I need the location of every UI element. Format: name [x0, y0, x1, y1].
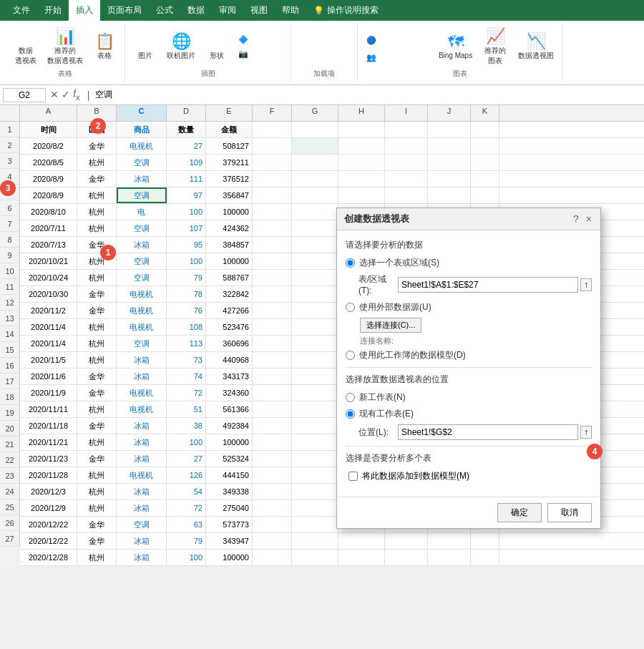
cell-d16[interactable]: 74 — [167, 369, 206, 384]
cell-b17[interactable]: 金华 — [77, 385, 117, 401]
tab-file[interactable]: 文件 — [6, 0, 37, 21]
cell-g6[interactable] — [292, 204, 338, 220]
my-addins-button[interactable]: ⬇ 我的加载项 — [297, 40, 350, 52]
cell-a19[interactable]: 2020/11/18 — [20, 418, 77, 434]
cell-b21[interactable]: 金华 — [77, 451, 117, 467]
cell-g22[interactable] — [292, 467, 338, 483]
people-graph-button[interactable]: 👥 People Graph — [364, 52, 430, 64]
row-header-26[interactable]: 26 — [0, 515, 20, 531]
cell-e6[interactable]: 100000 — [206, 204, 253, 220]
col-header-e[interactable]: E — [206, 105, 253, 121]
cell-f2[interactable] — [253, 138, 292, 154]
tab-data[interactable]: 数据 — [180, 0, 212, 21]
cell-b12[interactable]: 金华 — [77, 303, 117, 318]
cell-b2[interactable]: 金华 — [77, 138, 117, 154]
cell-g10[interactable] — [292, 270, 338, 286]
cell-d21[interactable]: 27 — [167, 451, 206, 467]
cell-a11[interactable]: 2020/10/30 — [20, 286, 77, 302]
cell-f6[interactable] — [253, 204, 292, 220]
cell-h5[interactable] — [338, 187, 385, 203]
col-header-h[interactable]: H — [338, 105, 385, 121]
cell-e23[interactable]: 349338 — [206, 484, 253, 499]
cell-k5[interactable] — [471, 187, 499, 203]
cell-d18[interactable]: 51 — [167, 401, 206, 417]
row-header-4[interactable]: 4 — [0, 169, 20, 185]
cell-g12[interactable] — [292, 303, 338, 318]
cell-e9[interactable]: 100000 — [206, 253, 253, 269]
cell-f3[interactable] — [253, 155, 292, 170]
cell-c14[interactable]: 空调 — [117, 336, 167, 351]
cell-b10[interactable]: 杭州 — [77, 270, 117, 286]
cell-a24[interactable]: 2020/12/9 — [20, 500, 77, 516]
cell-c19[interactable]: 冰箱 — [117, 418, 167, 434]
col-header-g[interactable]: G — [292, 105, 338, 121]
col-header-i[interactable]: I — [385, 105, 428, 121]
location-new-sheet-radio[interactable] — [346, 393, 355, 402]
cell-f1[interactable] — [253, 122, 292, 137]
cell-c23[interactable]: 冰箱 — [117, 484, 167, 499]
cell-e10[interactable]: 588767 — [206, 270, 253, 286]
cell-e8[interactable]: 384857 — [206, 237, 253, 253]
cell-f19[interactable] — [253, 418, 292, 434]
recommended-pivot-button[interactable]: 📊 推荐的数据透视表 — [44, 27, 86, 67]
cell-k27[interactable] — [471, 550, 499, 565]
row-header-21[interactable]: 21 — [0, 436, 20, 452]
row-header-8[interactable]: 8 — [0, 232, 20, 248]
cell-a16[interactable]: 2020/11/6 — [20, 369, 77, 384]
cell-b4[interactable]: 金华 — [77, 171, 117, 187]
cell-f15[interactable] — [253, 352, 292, 368]
cell-e18[interactable]: 561366 — [206, 401, 253, 417]
tab-home[interactable]: 开始 — [37, 0, 69, 21]
cell-f20[interactable] — [253, 434, 292, 450]
row-header-11[interactable]: 11 — [0, 279, 20, 295]
cell-f7[interactable] — [253, 220, 292, 236]
cell-g2[interactable] — [292, 138, 338, 154]
cell-a20[interactable]: 2020/11/21 — [20, 434, 77, 450]
cell-b3[interactable]: 杭州 — [77, 155, 117, 170]
cell-f4[interactable] — [253, 171, 292, 187]
cell-a10[interactable]: 2020/10/24 — [20, 270, 77, 286]
cell-a2[interactable]: 2020/8/2 — [20, 138, 77, 154]
cell-g20[interactable] — [292, 434, 338, 450]
cell-b16[interactable]: 金华 — [77, 369, 117, 384]
cell-e22[interactable]: 444150 — [206, 467, 253, 483]
cell-d22[interactable]: 126 — [167, 467, 206, 483]
cell-b13[interactable]: 杭州 — [77, 319, 117, 335]
cell-b9[interactable]: 杭州 — [77, 253, 117, 269]
dialog-close-button[interactable]: × — [585, 213, 593, 225]
cell-k3[interactable] — [471, 155, 499, 170]
cell-b26[interactable]: 金华 — [77, 533, 117, 549]
cell-k26[interactable] — [471, 533, 499, 549]
cell-e2[interactable]: 508127 — [206, 138, 253, 154]
cell-b23[interactable]: 杭州 — [77, 484, 117, 499]
cell-c17[interactable]: 电视机 — [117, 385, 167, 401]
cell-g9[interactable] — [292, 253, 338, 269]
cell-f23[interactable] — [253, 484, 292, 499]
cell-f27[interactable] — [253, 550, 292, 565]
cell-e20[interactable]: 100000 — [206, 434, 253, 450]
cell-g11[interactable] — [292, 286, 338, 302]
cell-g25[interactable] — [292, 517, 338, 532]
cell-d24[interactable]: 72 — [167, 500, 206, 516]
cell-a9[interactable]: 2020/10/21 — [20, 253, 77, 269]
cell-c5-selected[interactable]: 空调 — [117, 187, 167, 203]
row-header-22[interactable]: 22 — [0, 452, 20, 468]
cell-a13[interactable]: 2020/11/4 — [20, 319, 77, 335]
cell-a12[interactable]: 2020/11/2 — [20, 303, 77, 318]
cell-d25[interactable]: 63 — [167, 517, 206, 532]
cell-d2[interactable]: 27 — [167, 138, 206, 154]
cell-e11[interactable]: 322842 — [206, 286, 253, 302]
cell-g24[interactable] — [292, 500, 338, 516]
get-addins-button[interactable]: 🛍 获取加载项 — [297, 26, 351, 39]
dialog-cancel-button[interactable]: 取消 — [547, 503, 592, 522]
cell-e14[interactable]: 360696 — [206, 336, 253, 351]
cell-a27[interactable]: 2020/12/28 — [20, 550, 77, 565]
cell-e3[interactable]: 379211 — [206, 155, 253, 170]
cell-e26[interactable]: 343947 — [206, 533, 253, 549]
cell-e7[interactable]: 424362 — [206, 220, 253, 236]
cell-f14[interactable] — [253, 336, 292, 351]
cell-d17[interactable]: 72 — [167, 385, 206, 401]
insert-function-icon[interactable]: fx — [73, 88, 80, 102]
cell-c25[interactable]: 空调 — [117, 517, 167, 532]
cell-i1[interactable] — [385, 122, 428, 137]
